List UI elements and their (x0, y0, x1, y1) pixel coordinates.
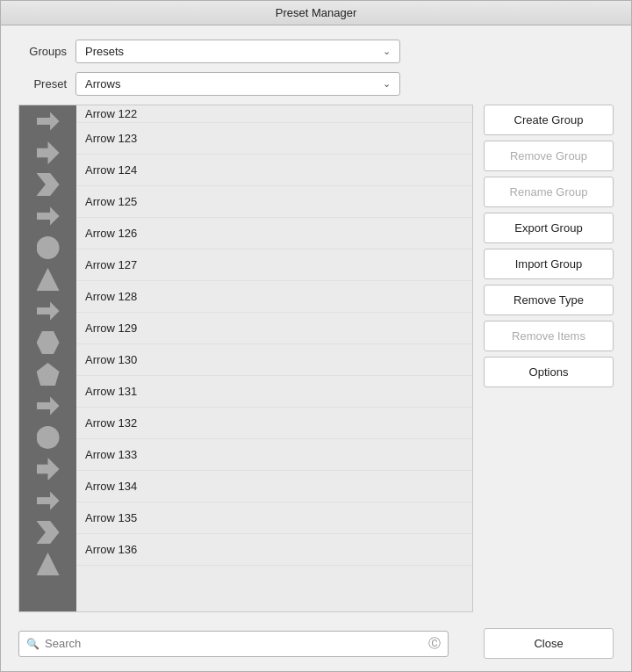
preset-row: Preset Arrows ⌄ (18, 72, 614, 96)
arrow-shape-icon (37, 458, 60, 481)
list-item[interactable]: Arrow 134 (76, 471, 472, 502)
arrow-shape-icon (37, 300, 60, 322)
groups-row: Groups Presets ⌄ (18, 40, 614, 63)
icon-cell (19, 295, 76, 327)
items-list-scroll[interactable]: Arrow 122Arrow 123Arrow 124Arrow 125Arro… (19, 105, 472, 611)
rename-group-button: Rename Group (484, 177, 614, 207)
remove-type-button[interactable]: Remove Type (484, 285, 614, 315)
main-area: Arrow 122Arrow 123Arrow 124Arrow 125Arro… (18, 105, 614, 612)
remove-items-button: Remove Items (484, 321, 614, 351)
groups-value: Presets (85, 45, 124, 58)
icon-cell (19, 358, 76, 390)
content-area: Groups Presets ⌄ Preset Arrows ⌄ Arrow 1… (1, 25, 631, 671)
clear-search-icon[interactable]: Ⓒ (428, 636, 441, 652)
arrow-shape-icon (37, 553, 60, 575)
icon-cell (19, 200, 76, 232)
list-item[interactable]: Arrow 123 (76, 123, 472, 155)
arrow-shape-icon (37, 521, 60, 544)
close-button[interactable]: Close (484, 628, 614, 659)
arrow-shape-icon (37, 426, 60, 449)
bottom-buttons: Close (484, 628, 614, 659)
search-icon: 🔍 (26, 638, 40, 650)
list-item[interactable]: Arrow 124 (76, 155, 472, 186)
icon-cell (19, 485, 76, 517)
bottom-bar: 🔍 Ⓒ Close (18, 621, 614, 662)
preset-chevron-icon: ⌄ (383, 78, 391, 90)
arrow-shape-icon (37, 236, 60, 259)
icon-cell (19, 137, 76, 169)
export-group-button[interactable]: Export Group (484, 213, 614, 243)
arrow-shape-icon (37, 394, 60, 417)
arrow-shape-icon (37, 331, 60, 354)
arrow-shape-icon (37, 363, 60, 386)
list-item[interactable]: Arrow 131 (76, 376, 472, 408)
icon-cell (19, 517, 76, 548)
icon-cell (19, 327, 76, 358)
icon-cell (19, 390, 76, 422)
items-column: Arrow 122Arrow 123Arrow 124Arrow 125Arro… (76, 105, 472, 611)
preset-value: Arrows (85, 77, 120, 90)
window-title: Preset Manager (276, 6, 357, 19)
list-item[interactable]: Arrow 122 (76, 105, 472, 123)
icon-cell (19, 169, 76, 200)
list-item[interactable]: Arrow 128 (76, 281, 472, 313)
groups-label: Groups (18, 45, 67, 58)
icon-cell (19, 232, 76, 264)
title-bar: Preset Manager (1, 1, 631, 25)
list-item[interactable]: Arrow 129 (76, 313, 472, 344)
list-item[interactable]: Arrow 125 (76, 186, 472, 218)
preset-label: Preset (18, 77, 67, 90)
icon-cell (19, 264, 76, 295)
preset-manager-window: Preset Manager Groups Presets ⌄ Preset A… (0, 0, 632, 672)
list-item[interactable]: Arrow 135 (76, 502, 472, 534)
icon-cell (19, 105, 76, 137)
options-button[interactable]: Options (484, 357, 614, 387)
remove-group-button: Remove Group (484, 141, 614, 171)
list-item[interactable]: Arrow 127 (76, 249, 472, 281)
icons-column (19, 105, 76, 611)
arrow-shape-icon (37, 205, 60, 228)
arrow-shape-icon (37, 110, 60, 133)
icon-cell (19, 422, 76, 453)
groups-dropdown[interactable]: Presets ⌄ (75, 40, 400, 63)
items-list-container: Arrow 122Arrow 123Arrow 124Arrow 125Arro… (18, 105, 473, 612)
list-item[interactable]: Arrow 136 (76, 534, 472, 566)
search-input[interactable] (45, 637, 423, 650)
search-box[interactable]: 🔍 Ⓒ (18, 631, 449, 657)
import-group-button[interactable]: Import Group (484, 249, 614, 279)
list-item[interactable]: Arrow 133 (76, 439, 472, 471)
icon-cell (19, 453, 76, 485)
arrow-shape-icon (37, 268, 60, 291)
arrow-shape-icon (37, 489, 60, 512)
create-group-button[interactable]: Create Group (484, 105, 614, 135)
icon-cell (19, 548, 76, 580)
preset-dropdown[interactable]: Arrows ⌄ (75, 72, 400, 96)
arrow-shape-icon (37, 173, 60, 196)
buttons-column: Create GroupRemove GroupRename GroupExpo… (484, 105, 614, 612)
list-item[interactable]: Arrow 130 (76, 344, 472, 376)
arrow-shape-icon (37, 141, 60, 164)
list-item[interactable]: Arrow 126 (76, 218, 472, 249)
groups-chevron-icon: ⌄ (383, 46, 391, 57)
list-item[interactable]: Arrow 132 (76, 408, 472, 439)
